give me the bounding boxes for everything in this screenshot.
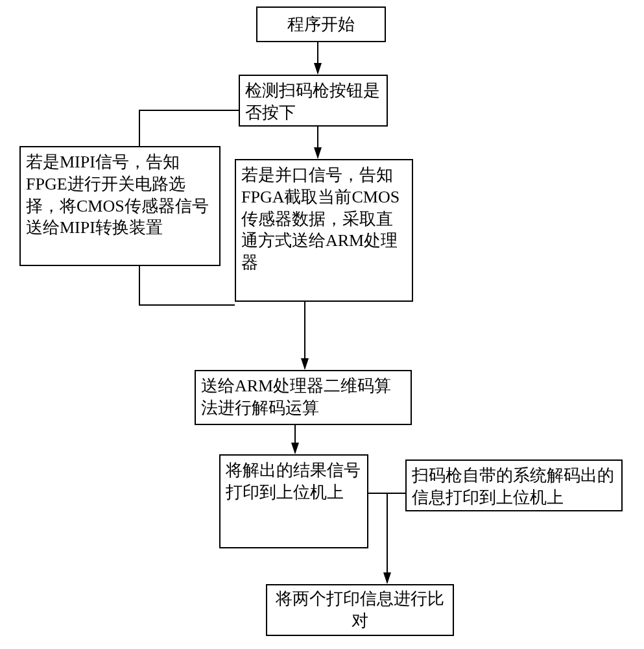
node-label: 若是并口信号，告知FPGA截取当前CMOS传感器数据，采取直通方式送给ARM处理… bbox=[241, 164, 407, 274]
node-label: 检测扫码枪按钮是否按下 bbox=[245, 80, 381, 124]
node-label: 扫码枪自带的系统解码出的信息打印到上位机上 bbox=[412, 465, 616, 509]
node-label: 将两个打印信息进行比对 bbox=[272, 588, 447, 632]
node-label: 将解出的结果信号打印到上位机上 bbox=[226, 459, 362, 504]
node-label: 送给ARM处理器二维码算法进行解码运算 bbox=[201, 375, 405, 419]
flowchart-process-node-scanner-print: 扫码枪自带的系统解码出的信息打印到上位机上 bbox=[405, 459, 623, 511]
flowchart-process-node-print-result: 将解出的结果信号打印到上位机上 bbox=[219, 454, 368, 548]
edge-n2-n3 bbox=[139, 110, 239, 146]
flowchart-start-node: 程序开始 bbox=[256, 6, 386, 42]
edge-n3-merge bbox=[139, 266, 235, 305]
node-label: 若是MIPI信号，告知FPGE进行开关电路选择，将CMOS传感器信号送给MIPI… bbox=[26, 151, 214, 239]
flowchart-branch-node-parallel: 若是并口信号，告知FPGA截取当前CMOS传感器数据，采取直通方式送给ARM处理… bbox=[235, 159, 413, 302]
flowchart-process-node-arm-decode: 送给ARM处理器二维码算法进行解码运算 bbox=[195, 370, 412, 425]
flowchart-decision-node-scan-button: 检测扫码枪按钮是否按下 bbox=[239, 75, 388, 127]
node-label: 程序开始 bbox=[287, 14, 355, 36]
flowchart-branch-node-mipi: 若是MIPI信号，告知FPGE进行开关电路选择，将CMOS传感器信号送给MIPI… bbox=[19, 146, 221, 266]
flowchart-end-node-compare: 将两个打印信息进行比对 bbox=[266, 584, 454, 636]
